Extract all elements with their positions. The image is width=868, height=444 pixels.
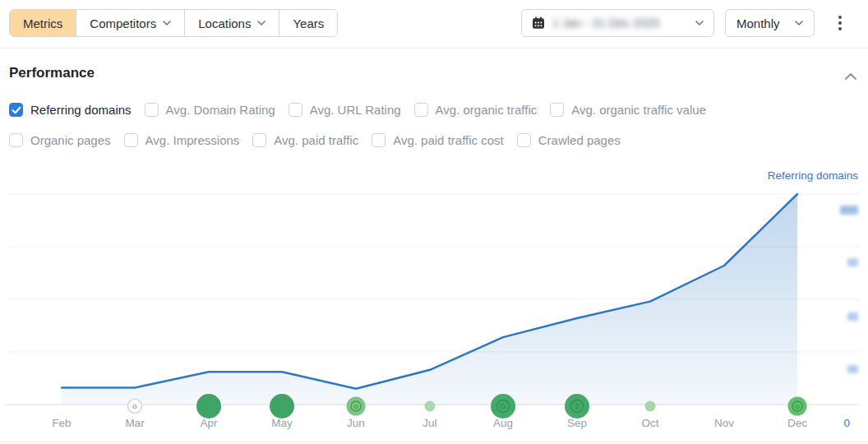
kebab-menu-icon	[838, 16, 842, 19]
metrics-row-1: Referring domainsAvg. Domain RatingAvg. …	[9, 103, 706, 117]
date-range-picker[interactable]: 1 Jan - 31 Dec 2025	[521, 9, 714, 37]
google-update-marker[interactable]: G	[491, 394, 515, 419]
chevron-down-icon	[257, 21, 265, 25]
section-title: Performance	[9, 65, 95, 81]
y-axis-label-blurred	[847, 312, 858, 321]
checkbox-unchecked[interactable]	[9, 133, 23, 147]
x-axis-label: Jun	[347, 417, 365, 429]
metric-checkbox-item[interactable]: Avg. paid traffic	[252, 133, 358, 147]
checkbox-unchecked[interactable]	[550, 103, 564, 117]
x-axis-label: Oct	[641, 417, 658, 429]
metric-checkbox-item[interactable]: Avg. organic traffic value	[550, 103, 706, 117]
checkbox-unchecked[interactable]	[252, 133, 266, 147]
tab-label: Locations	[198, 16, 251, 30]
calendar-icon	[532, 16, 545, 30]
metric-label: Avg. organic traffic value	[571, 103, 706, 117]
y-axis-zero-label: 0	[843, 417, 850, 429]
metric-checkbox-item[interactable]: Avg. URL Rating	[289, 103, 401, 117]
checkbox-unchecked[interactable]	[517, 133, 531, 147]
metric-checkbox-item[interactable]: Avg. Domain Rating	[145, 103, 275, 117]
metric-checkbox-item[interactable]: Referring domains	[9, 103, 132, 117]
google-update-marker[interactable]	[196, 394, 221, 419]
divider	[0, 48, 868, 49]
marker-glyph: G	[500, 402, 506, 410]
marker-glyph: 2	[575, 402, 579, 410]
metric-checkbox-item[interactable]: Avg. paid traffic cost	[372, 133, 504, 147]
more-options-button[interactable]	[827, 10, 853, 36]
chevron-down-icon	[695, 21, 704, 25]
metrics-row-2: Organic pagesAvg. ImpressionsAvg. paid t…	[9, 133, 621, 147]
metric-label: Avg. paid traffic cost	[393, 133, 504, 147]
google-update-marker[interactable]: G	[128, 400, 142, 414]
y-axis-label-blurred	[847, 258, 858, 266]
metric-checkbox-item[interactable]: Organic pages	[9, 133, 111, 147]
chevron-up-icon	[845, 73, 856, 80]
x-axis-label: Sep	[567, 417, 587, 429]
performance-chart: GGG2GFebMarAprMayJunJulAugSepOctNovDec0	[0, 160, 868, 444]
metric-label: Avg. organic traffic	[436, 103, 538, 117]
google-update-marker[interactable]	[645, 401, 656, 412]
marker-glyph: G	[353, 403, 358, 410]
checkbox-unchecked[interactable]	[289, 103, 302, 117]
x-axis-label: Aug	[493, 417, 513, 429]
tab-metrics[interactable]: Metrics	[10, 10, 76, 36]
marker-glyph: G	[795, 403, 800, 410]
google-update-marker[interactable]	[425, 401, 436, 412]
google-update-marker[interactable]: G	[347, 397, 366, 416]
tab-years[interactable]: Years	[279, 10, 337, 36]
tab-label: Metrics	[23, 16, 62, 30]
y-axis-label-blurred	[847, 365, 858, 373]
tab-locations[interactable]: Locations	[184, 10, 279, 36]
chevron-down-icon	[795, 21, 803, 25]
metric-label: Referring domains	[30, 103, 132, 117]
tab-label: Competitors	[90, 16, 156, 30]
checkbox-unchecked[interactable]	[145, 103, 159, 117]
checkbox-checked[interactable]	[9, 103, 23, 117]
metric-checkbox-item[interactable]: Avg. organic traffic	[414, 103, 538, 117]
tab-label: Years	[293, 16, 324, 30]
performance-panel: Metrics Competitors Locations Years 1 Ja…	[0, 0, 868, 444]
metric-label: Avg. Impressions	[145, 133, 240, 147]
metric-label: Avg. Domain Rating	[166, 103, 275, 117]
granularity-select[interactable]: Monthly	[725, 9, 815, 37]
checkbox-unchecked[interactable]	[124, 133, 138, 147]
metric-label: Crawled pages	[538, 133, 621, 147]
tab-competitors[interactable]: Competitors	[76, 10, 184, 36]
granularity-value: Monthly	[736, 16, 780, 30]
metric-checkbox-item[interactable]: Avg. Impressions	[124, 133, 240, 147]
metric-checkbox-item[interactable]: Crawled pages	[517, 133, 621, 147]
metric-label: Avg. paid traffic	[274, 133, 358, 147]
view-tabs: Metrics Competitors Locations Years	[9, 9, 338, 37]
y-axis-label-blurred	[840, 206, 858, 215]
x-axis-label: Feb	[52, 417, 71, 429]
divider	[0, 442, 868, 442]
metric-label: Organic pages	[30, 133, 111, 147]
x-axis-label: Mar	[125, 417, 145, 429]
x-axis-label: Dec	[787, 417, 807, 429]
checkbox-unchecked[interactable]	[372, 133, 386, 147]
google-update-marker[interactable]: 2	[565, 394, 589, 419]
x-axis-label: Jul	[422, 417, 436, 429]
google-update-marker[interactable]	[270, 394, 294, 419]
x-axis-label: May	[271, 417, 293, 429]
collapse-section-button[interactable]	[843, 68, 858, 84]
google-update-marker[interactable]: G	[788, 397, 807, 416]
x-axis-label: Apr	[200, 417, 218, 429]
metric-label: Avg. URL Rating	[310, 103, 401, 117]
checkbox-unchecked[interactable]	[414, 103, 428, 117]
marker-glyph: G	[132, 403, 137, 410]
chevron-down-icon	[163, 21, 171, 25]
date-range-value: 1 Jan - 31 Dec 2025	[552, 16, 688, 30]
x-axis-label: Nov	[714, 417, 734, 429]
check-icon	[12, 106, 21, 114]
